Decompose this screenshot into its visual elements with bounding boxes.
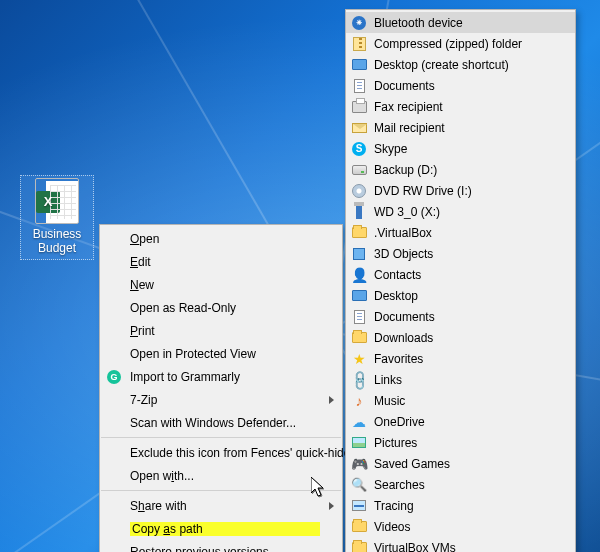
sendto-item-desktop[interactable]: Desktop [346, 285, 575, 306]
menu-item-open-in-protected-view[interactable]: Open in Protected View [100, 342, 342, 365]
menu-item-open-as-read-only[interactable]: Open as Read-Only [100, 296, 342, 319]
menu-item-label: Open [130, 232, 320, 246]
menu-item-scan-with-windows-defender[interactable]: Scan with Windows Defender... [100, 411, 342, 434]
menu-item-print[interactable]: Print [100, 319, 342, 342]
menu-item-label: Exclude this icon from Fences' quick-hid… [130, 446, 350, 460]
disc-icon [351, 183, 367, 199]
sendto-item-virtualbox-vms[interactable]: VirtualBox VMs [346, 537, 575, 552]
menu-item-label: Compressed (zipped) folder [374, 37, 553, 51]
folder-icon [351, 330, 367, 346]
sendto-item-compressed-zipped-folder[interactable]: Compressed (zipped) folder [346, 33, 575, 54]
sendto-item-fax-recipient[interactable]: Fax recipient [346, 96, 575, 117]
excel-file-icon [35, 178, 79, 224]
folder-icon [351, 540, 367, 553]
blank-icon [106, 231, 122, 247]
sendto-item-3d-objects[interactable]: 3D Objects [346, 243, 575, 264]
menu-item-label: Pictures [374, 436, 553, 450]
context-menu: OpenEditNewOpen as Read-OnlyPrintOpen in… [99, 224, 343, 552]
sendto-item-contacts[interactable]: 👤Contacts [346, 264, 575, 285]
menu-item-label: Downloads [374, 331, 553, 345]
blank-icon [106, 277, 122, 293]
sendto-item-pictures[interactable]: Pictures [346, 432, 575, 453]
menu-item-open-with[interactable]: Open with... [100, 464, 342, 487]
menu-item-label: Skype [374, 142, 553, 156]
menu-item-label: .VirtualBox [374, 226, 553, 240]
blank-icon [106, 498, 122, 514]
sendto-item-favorites[interactable]: ★Favorites [346, 348, 575, 369]
menu-item-label: Open in Protected View [130, 347, 320, 361]
grammarly-icon: G [106, 369, 122, 385]
sendto-item-tracing[interactable]: Tracing [346, 495, 575, 516]
menu-item-label: DVD RW Drive (I:) [374, 184, 553, 198]
menu-item-label: 7-Zip [130, 393, 320, 407]
sendto-item-virtualbox[interactable]: .VirtualBox [346, 222, 575, 243]
sendto-item-saved-games[interactable]: 🎮Saved Games [346, 453, 575, 474]
sendto-item-desktop-create-shortcut[interactable]: Desktop (create shortcut) [346, 54, 575, 75]
sendto-item-searches[interactable]: 🔍Searches [346, 474, 575, 495]
menu-item-open[interactable]: Open [100, 227, 342, 250]
menu-item-label: Desktop [374, 289, 553, 303]
menu-item-label: Open with... [130, 469, 320, 483]
menu-item-copy-as-path[interactable]: Copy as path [100, 517, 342, 540]
menu-item-label: Links [374, 373, 553, 387]
monitor-icon [351, 57, 367, 73]
menu-item-label: WD 3_0 (X:) [374, 205, 553, 219]
sendto-item-music[interactable]: ♪Music [346, 390, 575, 411]
menu-item-7-zip[interactable]: 7-Zip [100, 388, 342, 411]
desktop-file-label: Business Budget [23, 227, 91, 255]
send-to-submenu: ⁕Bluetooth deviceCompressed (zipped) fol… [345, 9, 576, 552]
desktop-file-icon[interactable]: Business Budget [20, 175, 94, 260]
folder-icon [351, 225, 367, 241]
menu-item-label: 3D Objects [374, 247, 553, 261]
menu-item-label: Restore previous versions [130, 545, 320, 553]
menu-item-label: Saved Games [374, 457, 553, 471]
sendto-item-downloads[interactable]: Downloads [346, 327, 575, 348]
menu-item-label: New [130, 278, 320, 292]
sendto-item-wd-3-0-x[interactable]: WD 3_0 (X:) [346, 201, 575, 222]
menu-item-label: Favorites [374, 352, 553, 366]
sendto-item-links[interactable]: 🔗Links [346, 369, 575, 390]
link-icon: 🔗 [351, 372, 367, 388]
sendto-item-backup-d[interactable]: Backup (D:) [346, 159, 575, 180]
menu-item-label: Music [374, 394, 553, 408]
monitor-icon [351, 288, 367, 304]
pic-icon [351, 435, 367, 451]
menu-item-exclude-this-icon-from-fences-quick-hide[interactable]: Exclude this icon from Fences' quick-hid… [100, 441, 342, 464]
blank-icon [106, 392, 122, 408]
menu-item-new[interactable]: New [100, 273, 342, 296]
menu-item-label: Searches [374, 478, 553, 492]
hdd-icon [351, 162, 367, 178]
blank-icon [106, 323, 122, 339]
menu-separator [101, 437, 341, 438]
sendto-item-documents[interactable]: Documents [346, 75, 575, 96]
menu-item-label: Mail recipient [374, 121, 553, 135]
menu-item-restore-previous-versions[interactable]: Restore previous versions [100, 540, 342, 552]
menu-item-import-to-grammarly[interactable]: GImport to Grammarly [100, 365, 342, 388]
sendto-item-mail-recipient[interactable]: Mail recipient [346, 117, 575, 138]
sendto-item-onedrive[interactable]: ☁OneDrive [346, 411, 575, 432]
sendto-item-bluetooth-device[interactable]: ⁕Bluetooth device [346, 12, 575, 33]
menu-item-label: Videos [374, 520, 553, 534]
menu-item-label: Import to Grammarly [130, 370, 320, 384]
cube-icon [351, 246, 367, 262]
star-icon: ★ [351, 351, 367, 367]
sendto-item-skype[interactable]: SSkype [346, 138, 575, 159]
blank-icon [106, 544, 122, 553]
bt-icon: ⁕ [351, 15, 367, 31]
docpg-icon [351, 78, 367, 94]
sendto-item-documents[interactable]: Documents [346, 306, 575, 327]
trace-icon [351, 498, 367, 514]
menu-item-label: VirtualBox VMs [374, 541, 553, 553]
menu-item-label: Edit [130, 255, 320, 269]
game-icon: 🎮 [351, 456, 367, 472]
blank-icon [106, 254, 122, 270]
menu-item-label: Tracing [374, 499, 553, 513]
menu-item-edit[interactable]: Edit [100, 250, 342, 273]
menu-item-share-with[interactable]: Share with [100, 494, 342, 517]
sendto-item-dvd-rw-drive-i[interactable]: DVD RW Drive (I:) [346, 180, 575, 201]
blank-icon [106, 445, 122, 461]
menu-item-label: Backup (D:) [374, 163, 553, 177]
zip-icon [351, 36, 367, 52]
menu-item-label: Documents [374, 310, 553, 324]
sendto-item-videos[interactable]: Videos [346, 516, 575, 537]
